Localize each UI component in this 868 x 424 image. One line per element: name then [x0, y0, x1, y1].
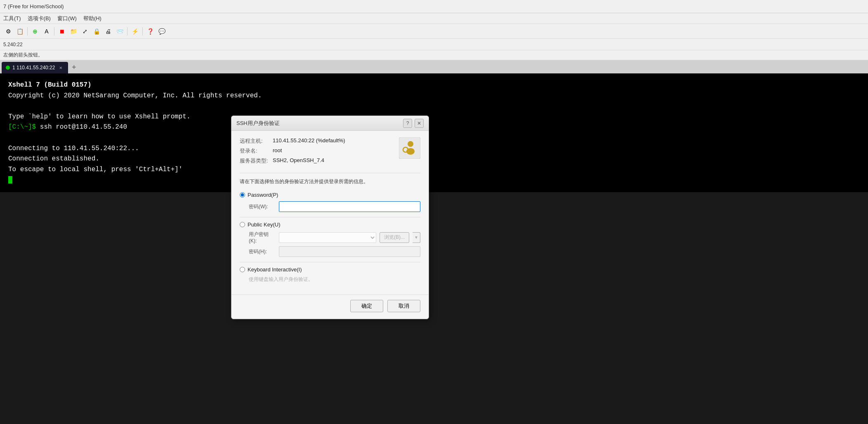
auth-separator-2	[240, 262, 420, 262]
ssh-auth-dialog: SSH用户身份验证 ? ✕ 远程主机: 110.41.55.240:22 (%d…	[231, 115, 429, 319]
toolbar-btn-help[interactable]: ❓	[145, 26, 155, 36]
login-name-label: 登录名:	[240, 147, 273, 155]
confirm-btn[interactable]: 确定	[350, 300, 383, 312]
dialog-footer: 确定 取消	[231, 294, 429, 319]
terminal-title: Xshell 7 (Build 0157)	[8, 81, 92, 89]
toolbar-btn-print[interactable]: 🖨	[103, 26, 113, 36]
menu-bar: 工具(T) 选项卡(B) 窗口(W) 帮助(H)	[0, 13, 868, 24]
terminal[interactable]: Xshell 7 (Build 0157) Copyright (c) 2020…	[0, 73, 868, 192]
server-type-value: SSH2, OpenSSH_7.4	[273, 157, 324, 165]
toolbar-btn-stop[interactable]: ⏹	[57, 26, 67, 36]
cancel-btn[interactable]: 取消	[387, 300, 420, 312]
key-icon	[399, 137, 420, 160]
terminal-line-5	[8, 133, 860, 144]
auth-method-keyboard: Keyboard Interactive(I) 使用键盘输入用户身份验证。	[240, 266, 420, 283]
dialog-title-controls: ? ✕	[403, 119, 424, 128]
dialog-instruction: 请在下面选择恰当的身份验证方法并提供登录所需的信息。	[240, 173, 420, 185]
userkey-label: 用户密钥(K):	[249, 231, 276, 244]
terminal-line-3	[8, 101, 860, 112]
auth-separator-1	[240, 217, 420, 217]
dialog-body: 远程主机: 110.41.55.240:22 (%default%) 登录名: …	[231, 131, 429, 294]
auth-method-password: Password(P) 密码(W):	[240, 192, 420, 212]
menu-tabs[interactable]: 选项卡(B)	[28, 15, 51, 22]
toolbar-btn-folder[interactable]: 📁	[68, 26, 78, 36]
tab-close-btn[interactable]: ✕	[57, 64, 64, 71]
toolbar-btn-chat[interactable]: 💬	[157, 26, 167, 36]
terminal-prompt: [C:\~]$	[8, 123, 36, 131]
dialog-close-btn[interactable]: ✕	[415, 119, 424, 128]
auth-method-publickey: Public Key(U) 用户密钥(K): 浏览(B)... ▼ 密码(H):	[240, 221, 420, 257]
password-radio[interactable]	[240, 192, 245, 198]
status-bar: 左侧的箭头按钮。	[0, 50, 868, 60]
browse-dropdown-btn[interactable]: ▼	[413, 232, 420, 243]
publickey-fields: 用户密钥(K): 浏览(B)... ▼ 密码(H):	[240, 231, 420, 257]
menu-window[interactable]: 窗口(W)	[57, 15, 77, 22]
toolbar-btn-new[interactable]: ⊕	[30, 26, 40, 36]
terminal-connecting: Connecting to 110.41.55.240:22...	[8, 144, 860, 154]
toolbar-btn-2[interactable]: 📋	[15, 26, 25, 36]
toolbar-separator-2	[54, 27, 54, 35]
toolbar-btn-move[interactable]: ⤢	[80, 26, 90, 36]
keyboard-radio[interactable]	[240, 267, 245, 272]
dialog-info-row: 远程主机: 110.41.55.240:22 (%default%) 登录名: …	[240, 137, 420, 167]
password-label: Password(P)	[248, 192, 278, 198]
toolbar-btn-transfer[interactable]: 📨	[115, 26, 125, 36]
userkey-field-row: 用户密钥(K): 浏览(B)... ▼	[249, 231, 420, 244]
terminal-line-2: Copyright (c) 2020 NetSarang Computer, I…	[8, 91, 860, 101]
toolbar-btn-font[interactable]: A	[42, 26, 52, 36]
toolbar-btn-lock[interactable]: 🔒	[92, 26, 101, 36]
password-radio-label[interactable]: Password(P)	[240, 192, 420, 198]
keyboard-description: 使用键盘输入用户身份验证。	[240, 276, 420, 283]
svg-point-1	[408, 141, 413, 147]
dialog-title: SSH用户身份验证	[236, 120, 280, 127]
terminal-prompt-line: [C:\~]$ ssh root@110.41.55.240	[8, 122, 860, 133]
terminal-copyright: Copyright (c) 2020 NetSarang Computer, I…	[8, 92, 262, 99]
toolbar-separator-1	[27, 27, 28, 35]
keyboard-radio-label[interactable]: Keyboard Interactive(I)	[240, 266, 420, 273]
remote-host-label: 远程主机:	[240, 137, 273, 145]
keyboard-label: Keyboard Interactive(I)	[248, 266, 302, 273]
remote-host-field: 远程主机: 110.41.55.240:22 (%default%)	[240, 137, 394, 145]
terminal-escape: To escape to local shell, press 'Ctrl+Al…	[8, 165, 860, 175]
terminal-help: Type `help' to learn how to use Xshell p…	[8, 113, 191, 120]
tab-label: 1 110.41.55.240:22	[12, 65, 55, 71]
dialog-title-bar: SSH用户身份验证 ? ✕	[231, 116, 429, 131]
dialog-help-btn[interactable]: ?	[403, 119, 412, 128]
toolbar-btn-1[interactable]: ⚙	[3, 26, 13, 36]
toolbar-separator-4	[142, 27, 143, 35]
terminal-cursor	[8, 176, 12, 184]
title-bar: 7 (Free for Home/School)	[0, 0, 868, 13]
publickey-radio-label[interactable]: Public Key(U)	[240, 221, 420, 228]
menu-tools[interactable]: 工具(T)	[3, 15, 21, 22]
svg-point-3	[403, 147, 408, 152]
terminal-line-1: Xshell 7 (Build 0157)	[8, 80, 860, 91]
address-text: 5.240:22	[3, 42, 23, 47]
toolbar-btn-settings[interactable]: ⚡	[130, 26, 140, 36]
userkey-select[interactable]	[279, 232, 376, 243]
password-input[interactable]	[279, 201, 420, 212]
login-name-value: root	[273, 147, 282, 155]
password-field-label: 密码(W):	[249, 203, 276, 210]
tab-add-btn[interactable]: +	[68, 62, 80, 73]
menu-help[interactable]: 帮助(H)	[83, 15, 101, 22]
toolbar-separator-3	[127, 27, 127, 35]
login-name-field: 登录名: root	[240, 147, 394, 155]
password-fields: 密码(W):	[240, 201, 420, 212]
tab-session[interactable]: 1 110.41.55.240:22 ✕	[2, 62, 68, 73]
tab-status-dot	[6, 66, 10, 70]
publickey-label: Public Key(U)	[248, 221, 280, 228]
server-type-label: 服务器类型:	[240, 157, 273, 165]
remote-host-value: 110.41.55.240:22 (%default%)	[273, 137, 345, 145]
app-title: 7 (Free for Home/School)	[3, 3, 64, 9]
terminal-established: Connection established.	[8, 154, 860, 165]
passphrase-input[interactable]	[279, 246, 420, 257]
terminal-line-4: Type `help' to learn how to use Xshell p…	[8, 112, 860, 122]
passphrase-label: 密码(H):	[249, 248, 276, 255]
terminal-command: ssh root@110.41.55.240	[40, 123, 127, 131]
tab-bar: 1 110.41.55.240:22 ✕ +	[0, 60, 868, 73]
browse-btn[interactable]: 浏览(B)...	[380, 232, 409, 243]
address-bar: 5.240:22	[0, 39, 868, 50]
passphrase-field-row: 密码(H):	[249, 246, 420, 257]
dialog-info-table: 远程主机: 110.41.55.240:22 (%default%) 登录名: …	[240, 137, 394, 167]
publickey-radio[interactable]	[240, 222, 245, 227]
